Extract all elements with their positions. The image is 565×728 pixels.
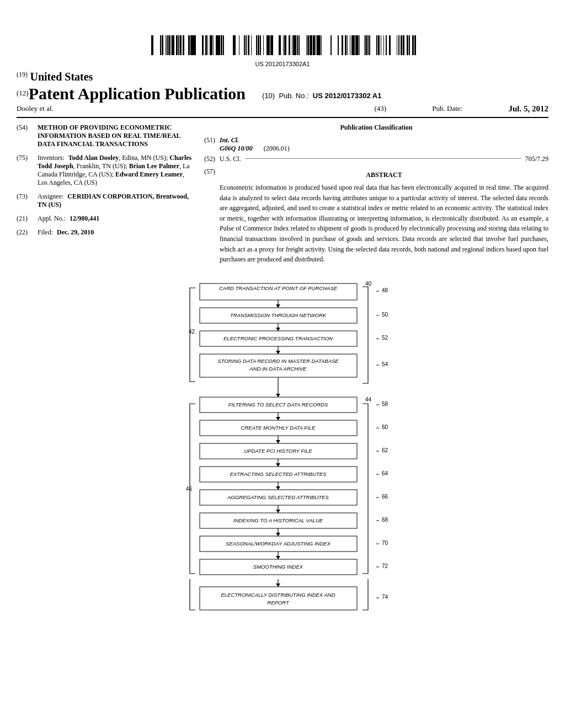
svg-rect-68 bbox=[310, 35, 311, 55]
svg-rect-99 bbox=[389, 35, 391, 55]
header: (19) United States (12) Patent Applicati… bbox=[17, 71, 548, 118]
ref-74: 74 bbox=[382, 594, 388, 600]
barcode-area bbox=[17, 11, 548, 33]
svg-rect-37 bbox=[233, 35, 233, 55]
right-column: Publication Classification (51) Int. Cl.… bbox=[204, 124, 548, 265]
pub-date-label: Pub. Date: bbox=[432, 104, 462, 114]
label-60: CREATE MONTHLY DATA FILE bbox=[241, 425, 316, 431]
label-68: INDEXING TO A HISTORICAL VALUE bbox=[233, 517, 323, 523]
svg-rect-67 bbox=[307, 35, 309, 55]
svg-rect-21 bbox=[193, 35, 194, 55]
inventor-name: Dooley et al. bbox=[17, 104, 54, 114]
ref-66: 66 bbox=[382, 494, 388, 500]
svg-rect-96 bbox=[381, 35, 381, 55]
svg-rect-30 bbox=[216, 35, 217, 55]
svg-rect-78 bbox=[331, 35, 332, 55]
label-10: (10) bbox=[262, 92, 275, 100]
assignee-label: Assignee: bbox=[38, 192, 63, 200]
bracket-44 bbox=[363, 404, 368, 574]
abstract-title: ABSTRACT bbox=[220, 171, 548, 179]
svg-rect-94 bbox=[376, 35, 377, 55]
appl-label: Appl. No.: bbox=[38, 215, 66, 222]
label-62: UPDATE PCI HISTORY FILE bbox=[244, 448, 312, 454]
svg-rect-13 bbox=[176, 35, 178, 55]
svg-rect-25 bbox=[205, 35, 207, 55]
svg-rect-75 bbox=[319, 35, 319, 55]
label-54-line2: AND IN DATA ARCHIVE bbox=[249, 366, 307, 372]
svg-rect-41 bbox=[244, 35, 245, 55]
bracket-46-bottom bbox=[190, 579, 195, 610]
svg-rect-58 bbox=[285, 35, 286, 55]
ref-64: 64 bbox=[382, 470, 388, 477]
filed-value: Dec. 29, 2010 bbox=[57, 228, 94, 236]
left-column: (54) METHOD OF PROVIDING ECONOMETRIC INF… bbox=[17, 124, 193, 265]
svg-rect-91 bbox=[365, 35, 367, 55]
svg-rect-10 bbox=[170, 35, 171, 55]
flowchart-svg: 40 42 CARD TRANSACTION AT POINT OF PURCH… bbox=[128, 276, 437, 585]
label-48-line1: CARD TRANSACTION AT POINT OF PURCHASE bbox=[219, 285, 338, 291]
arrowhead-60-62 bbox=[276, 440, 280, 443]
us-cl-label: U.S. Cl. bbox=[220, 155, 241, 163]
svg-rect-69 bbox=[311, 35, 312, 55]
int-cl-num: (51) bbox=[204, 136, 215, 153]
arrowhead-group-gap bbox=[276, 394, 280, 397]
svg-rect-79 bbox=[338, 35, 339, 55]
pub-date-value: Jul. 5, 2012 bbox=[508, 104, 548, 114]
box-74 bbox=[200, 587, 357, 610]
svg-rect-54 bbox=[279, 35, 280, 55]
svg-rect-60 bbox=[292, 35, 292, 55]
svg-rect-83 bbox=[350, 35, 350, 55]
svg-rect-93 bbox=[369, 35, 370, 55]
title-section-num: (54) bbox=[17, 124, 33, 148]
svg-rect-15 bbox=[180, 35, 180, 55]
ref-52: 52 bbox=[382, 335, 388, 341]
svg-rect-29 bbox=[213, 35, 214, 55]
svg-rect-85 bbox=[353, 35, 355, 55]
diagram-area: 40 42 CARD TRANSACTION AT POINT OF PURCH… bbox=[17, 276, 548, 585]
svg-rect-26 bbox=[207, 35, 208, 55]
svg-rect-16 bbox=[180, 35, 182, 55]
arrowhead-72-74 bbox=[276, 584, 280, 587]
svg-rect-90 bbox=[364, 35, 365, 55]
svg-rect-86 bbox=[355, 35, 357, 55]
inventors-label: Inventors: bbox=[38, 154, 65, 162]
barcode-container bbox=[17, 35, 548, 58]
svg-rect-34 bbox=[221, 35, 222, 55]
svg-rect-20 bbox=[191, 35, 193, 55]
svg-rect-74 bbox=[317, 35, 319, 55]
barcode-image bbox=[150, 11, 415, 31]
svg-rect-18 bbox=[188, 35, 190, 55]
bracket-label-46: 46 bbox=[186, 486, 193, 492]
svg-rect-89 bbox=[359, 35, 360, 55]
svg-rect-47 bbox=[260, 35, 261, 55]
ref-48: 48 bbox=[382, 287, 388, 293]
patent-type: Patent Application Publication bbox=[29, 84, 246, 103]
svg-rect-102 bbox=[401, 35, 402, 55]
label-64: EXTRACTING SELECTED ATTRIBUTES bbox=[230, 471, 327, 477]
svg-rect-8 bbox=[167, 35, 168, 55]
svg-rect-97 bbox=[383, 35, 384, 55]
svg-rect-77 bbox=[321, 35, 322, 55]
ref-50: 50 bbox=[382, 312, 388, 318]
main-content: (54) METHOD OF PROVIDING ECONOMETRIC INF… bbox=[17, 124, 548, 265]
svg-rect-57 bbox=[284, 35, 285, 55]
svg-rect-49 bbox=[266, 35, 268, 55]
svg-rect-2 bbox=[152, 35, 153, 55]
svg-rect-3 bbox=[160, 35, 161, 55]
diagram-bottom: ELECTRONICALLY DISTRIBUTING INDEX AND RE… bbox=[17, 579, 548, 629]
svg-rect-28 bbox=[211, 35, 212, 55]
svg-rect-0 bbox=[150, 11, 415, 31]
arrowhead-68-70 bbox=[276, 533, 280, 536]
ref-60: 60 bbox=[382, 424, 388, 430]
svg-rect-64 bbox=[297, 35, 298, 55]
label-70: SEASONAL/WORKDAY ADJUSTING INDEX bbox=[226, 540, 331, 547]
svg-rect-81 bbox=[345, 35, 347, 55]
arrowhead-66-68 bbox=[276, 510, 280, 513]
svg-rect-33 bbox=[220, 35, 220, 55]
svg-rect-45 bbox=[256, 35, 257, 55]
int-cl-label: Int. Cl. bbox=[220, 136, 239, 144]
filed-section: (22) Filed: Dec. 29, 2010 bbox=[17, 228, 193, 237]
ref-70: 70 bbox=[382, 540, 388, 546]
patent-number-display: US 20120173302A1 bbox=[17, 61, 548, 67]
label-66: AGGREGATING SELECTED ATTRIBUTES bbox=[227, 494, 329, 500]
